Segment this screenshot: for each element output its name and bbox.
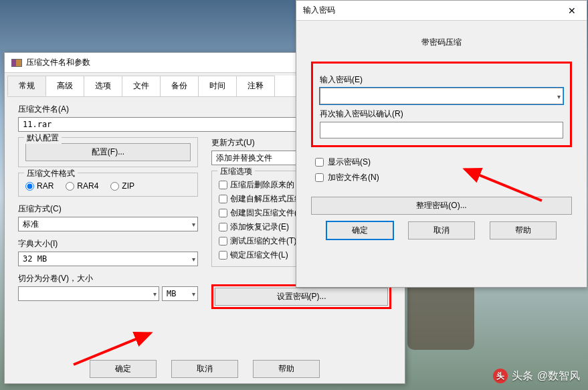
- watermark-author: @数智风: [537, 369, 580, 383]
- format-label: 压缩文件格式: [24, 168, 78, 179]
- main-help-button[interactable]: 帮助: [253, 360, 320, 378]
- encrypt-filenames-checkbox[interactable]: 加密文件名(N): [315, 172, 572, 183]
- close-icon[interactable]: ✕: [564, 5, 580, 16]
- organize-passwords-button[interactable]: 整理密码(O)...: [311, 197, 572, 215]
- tab-comment[interactable]: 注释: [236, 76, 275, 96]
- profile-button[interactable]: 配置(F)...: [25, 143, 191, 161]
- main-button-row: 确定 取消 帮助: [5, 353, 405, 378]
- password-dialog: 输入密码 ✕ 带密码压缩 输入密码(E) ▾ 再次输入密码以确认(R) 显示密码…: [296, 0, 587, 288]
- confirm-password-label: 再次输入密码以确认(R): [320, 108, 563, 120]
- options-label: 压缩选项: [217, 166, 255, 177]
- volume-size-input[interactable]: [18, 286, 159, 301]
- winrar-icon: [11, 59, 22, 67]
- enter-password-input[interactable]: [320, 88, 563, 104]
- password-dialog-title: 输入密码: [303, 5, 335, 16]
- watermark: 头 头条 @数智风: [493, 369, 580, 383]
- tab-general[interactable]: 常规: [7, 76, 46, 96]
- watermark-prefix: 头条: [512, 369, 533, 383]
- method-select[interactable]: [18, 217, 198, 231]
- pwd-ok-button[interactable]: 确定: [326, 221, 393, 239]
- method-label: 压缩方式(C): [18, 203, 198, 215]
- password-dialog-titlebar: 输入密码 ✕: [296, 1, 587, 21]
- enter-password-label: 输入密码(E): [320, 74, 563, 86]
- watermark-icon: 头: [493, 369, 508, 383]
- format-rar4[interactable]: RAR4: [66, 181, 98, 191]
- password-fields-highlight: 输入密码(E) ▾ 再次输入密码以确认(R): [311, 62, 572, 147]
- main-cancel-button[interactable]: 取消: [171, 360, 238, 378]
- pwd-cancel-button[interactable]: 取消: [408, 221, 475, 239]
- dict-select[interactable]: [18, 252, 198, 266]
- volume-label: 切分为分卷(V)，大小: [18, 273, 198, 284]
- profile-label: 默认配置: [24, 132, 62, 144]
- main-ok-button[interactable]: 确定: [90, 360, 157, 378]
- password-heading: 带密码压缩: [311, 37, 572, 48]
- set-password-highlight: 设置密码(P)...: [211, 284, 391, 309]
- confirm-password-input[interactable]: [320, 122, 563, 138]
- tab-files[interactable]: 文件: [122, 76, 161, 96]
- tab-advanced[interactable]: 高级: [45, 76, 84, 96]
- pwd-help-button[interactable]: 帮助: [490, 221, 557, 239]
- tab-backup[interactable]: 备份: [160, 76, 199, 96]
- set-password-button[interactable]: 设置密码(P)...: [215, 288, 388, 306]
- profile-group: 默认配置 配置(F)...: [18, 137, 198, 167]
- tab-time[interactable]: 时间: [198, 76, 237, 96]
- format-rar[interactable]: RAR: [25, 181, 54, 191]
- dict-label: 字典大小(I): [18, 238, 198, 250]
- compress-dialog-title: 压缩文件名和参数: [26, 57, 90, 68]
- volume-unit-select[interactable]: [162, 286, 198, 301]
- show-password-checkbox[interactable]: 显示密码(S): [315, 157, 572, 168]
- format-group: 压缩文件格式 RAR RAR4 ZIP: [18, 173, 198, 197]
- format-zip[interactable]: ZIP: [110, 181, 134, 191]
- tab-options[interactable]: 选项: [84, 76, 122, 96]
